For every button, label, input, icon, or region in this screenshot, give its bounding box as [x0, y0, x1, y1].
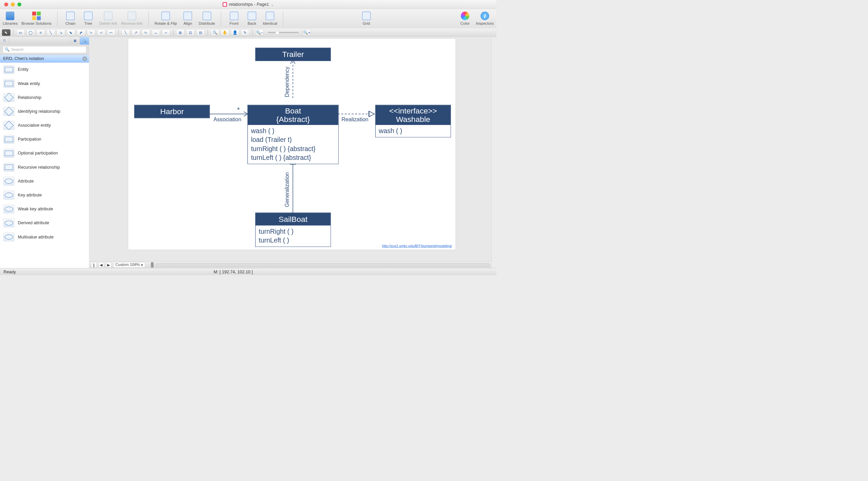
uml-header: SailBoat	[256, 213, 331, 226]
pan-tool[interactable]: ✋	[221, 29, 229, 36]
snap-tool-2[interactable]: ⊡	[186, 29, 195, 36]
search-input[interactable]: 🔍 Search	[3, 46, 86, 53]
uml-body: turnRight ( ) turnLeft ( )	[256, 226, 331, 247]
identical-button[interactable]: Identical	[263, 11, 277, 26]
conn-tool-1[interactable]: ╲	[46, 29, 55, 36]
front-button[interactable]: Front	[227, 11, 241, 26]
inspectors-button[interactable]: Inspectors	[476, 11, 494, 26]
conn-tool-5[interactable]: ⤷	[87, 29, 95, 36]
conn-tool-4[interactable]: ⬈	[77, 29, 85, 36]
conn-tool-7[interactable]: ⤺	[107, 29, 116, 36]
line-tool-4[interactable]: ⫠	[152, 29, 160, 36]
sidebar-item-label: Weak entity	[18, 81, 40, 86]
zoom-tool[interactable]: 🔍	[211, 29, 219, 36]
sidebar-item[interactable]: Derived attribute	[0, 216, 89, 230]
source-link[interactable]: http://sce2.umkc.edu/BIT/burrise/pl/mode…	[382, 244, 452, 248]
conn-tool-2[interactable]: ↘	[57, 29, 65, 36]
page-pause-icon[interactable]: ‖	[91, 262, 97, 268]
ellipse-icon	[3, 205, 14, 213]
chevron-down-icon[interactable]: ⌄	[271, 2, 274, 7]
label-multiplicity: *	[237, 106, 240, 113]
sidebar-item-label: Recursive relationship	[18, 165, 60, 170]
sidebar-item[interactable]: Relationship	[0, 90, 89, 104]
uml-body: wash ( ) load (Trailer t) turnRight ( ) …	[248, 125, 338, 164]
rect-icon	[3, 135, 14, 144]
sidebar: ☷ ▦ 🔍 🔍 Search ERD, Chen's notation × En…	[0, 37, 89, 268]
conn-tool-3[interactable]: ⬊	[67, 29, 75, 36]
snap-tool-1[interactable]: ⊞	[176, 29, 184, 36]
pointer-tool[interactable]: ⬉	[2, 29, 11, 36]
line-tool-2[interactable]: ↗	[132, 29, 140, 36]
sidebar-toggle-icon[interactable]: ☷	[0, 37, 9, 45]
canvas[interactable]: Trailer Harbor Boat {Abstract} wash ( ) …	[128, 38, 456, 250]
sidebar-item-label: Entity	[18, 67, 28, 72]
uml-class-boat[interactable]: Boat {Abstract} wash ( ) load (Trailer t…	[248, 105, 339, 164]
sidebar-grid-icon[interactable]: ▦	[71, 37, 80, 45]
page-next-button[interactable]: ▶	[106, 262, 111, 268]
svg-marker-3	[369, 111, 375, 117]
line-tool-5[interactable]: ⫟	[162, 29, 170, 36]
sidebar-item[interactable]: Attribute	[0, 174, 89, 188]
libraries-button[interactable]: Libraries	[3, 11, 18, 26]
sidebar-item[interactable]: Associative entity	[0, 118, 89, 132]
page-prev-button[interactable]: ◀	[99, 262, 104, 268]
zoom-slider[interactable]	[268, 32, 299, 33]
search-icon: 🔍	[5, 47, 9, 52]
uml-header: Harbor	[135, 105, 210, 118]
color-button[interactable]: Color	[458, 11, 472, 26]
zoom-select[interactable]: Custom 108%▾	[113, 262, 145, 268]
zoom-out-button[interactable]: 🔍−	[255, 29, 264, 36]
scrollbar-thumb[interactable]	[151, 262, 154, 268]
sidebar-category-header[interactable]: ERD, Chen's notation ×	[0, 55, 89, 63]
uml-interface-washable[interactable]: <<interface>> Washable wash ( )	[375, 105, 451, 137]
close-window-button[interactable]	[4, 2, 8, 6]
sidebar-item[interactable]: Weak entity	[0, 77, 89, 90]
vscrollbar[interactable]	[491, 37, 496, 268]
diamond-icon	[3, 107, 14, 116]
sidebar-category-label: ERD, Chen's notation	[3, 56, 44, 61]
sidebar-item[interactable]: Multivalue attribute	[0, 230, 89, 244]
sidebar-item[interactable]: Optional participation	[0, 146, 89, 160]
sidebar-item[interactable]: Identifying relationship	[0, 104, 89, 118]
uml-class-sailboat[interactable]: SailBoat turnRight ( ) turnLeft ( )	[255, 212, 331, 247]
uml-class-trailer[interactable]: Trailer	[255, 48, 331, 61]
hscrollbar[interactable]	[156, 263, 490, 266]
line-tool-1[interactable]: ╲	[121, 29, 130, 36]
sidebar-search-icon[interactable]: 🔍	[80, 37, 89, 45]
document-icon	[223, 2, 227, 7]
zoom-window-button[interactable]	[17, 2, 21, 6]
eyedropper-tool[interactable]: ✎	[241, 29, 249, 36]
ellipse-tool[interactable]: ◯	[26, 29, 35, 36]
snap-tool-3[interactable]: ⊟	[196, 29, 205, 36]
sidebar-top: ☷ ▦ 🔍	[0, 37, 89, 45]
sidebar-item[interactable]: Key attribute	[0, 188, 89, 202]
distribute-button[interactable]: Distribute	[199, 11, 215, 26]
sidebar-item[interactable]: Participation	[0, 132, 89, 146]
zoom-in-button[interactable]: 🔍+	[302, 29, 311, 36]
conn-tool-6[interactable]: ⤶	[97, 29, 105, 36]
label-realization: Realization	[341, 117, 368, 123]
person-tool[interactable]: 👤	[231, 29, 239, 36]
reverse-link-button: Reverse link	[121, 11, 142, 26]
rotate-flip-button[interactable]: Rotate & Flip	[155, 11, 177, 26]
line-tool-3[interactable]: ∿	[142, 29, 150, 36]
sidebar-item[interactable]: Weak key attribute	[0, 202, 89, 216]
align-button[interactable]: Align	[181, 11, 195, 26]
ellipse-icon	[3, 219, 14, 227]
rect-icon	[3, 149, 14, 158]
back-button[interactable]: Back	[245, 11, 259, 26]
tree-button[interactable]: Tree	[81, 11, 95, 26]
chain-button[interactable]: Chain	[63, 11, 77, 26]
close-icon[interactable]: ×	[82, 56, 87, 61]
grid-button[interactable]: Grid	[359, 11, 373, 26]
diamond-icon	[3, 93, 14, 102]
sidebar-item[interactable]: Entity	[0, 63, 89, 77]
uml-class-harbor[interactable]: Harbor	[134, 105, 210, 118]
sidebar-item[interactable]: Recursive relationship	[0, 160, 89, 174]
browse-solutions-button[interactable]: Browse Solutions	[21, 11, 51, 26]
rect-tool[interactable]: ▭	[16, 29, 25, 36]
minimize-window-button[interactable]	[11, 2, 15, 6]
text-tool[interactable]: ≡	[37, 29, 45, 36]
sidebar-item-label: Identifying relationship	[18, 109, 60, 114]
sidebar-item-label: Associative entity	[18, 123, 51, 128]
